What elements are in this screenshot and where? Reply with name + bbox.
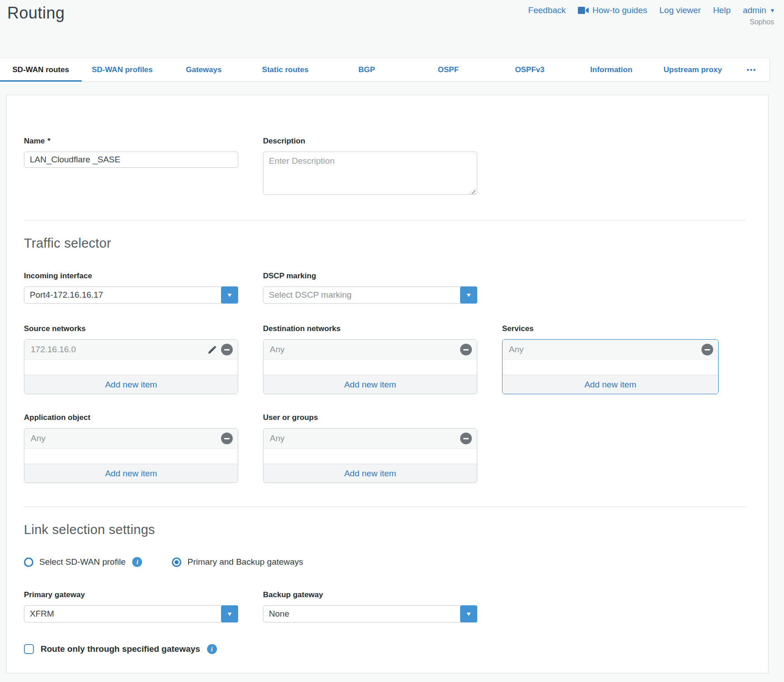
gateways-radio-label: Primary and Backup gateways xyxy=(187,557,303,567)
top-nav: Feedback How-to guides Log viewer Help a… xyxy=(528,5,774,26)
tab-static-routes[interactable]: Static routes xyxy=(244,58,326,81)
nav-log-viewer[interactable]: Log viewer xyxy=(659,5,701,15)
chevron-down-icon: ▾ xyxy=(770,6,774,14)
services-box: Any Add new item xyxy=(502,339,719,394)
application-object-label: Application object xyxy=(24,413,238,422)
dscp-marking-placeholder: Select DSCP marking xyxy=(263,290,477,300)
video-camera-icon xyxy=(578,7,589,14)
backup-gateway-label-text: Backup gateway xyxy=(263,590,323,599)
services-label: Services xyxy=(502,324,719,333)
user-or-groups-box: Any Add new item xyxy=(263,428,477,483)
tab-information[interactable]: Information xyxy=(571,58,652,81)
source-networks-label: Source networks xyxy=(24,324,238,333)
nav-feedback[interactable]: Feedback xyxy=(528,5,566,15)
application-object-add-button[interactable]: Add new item xyxy=(24,464,238,483)
route-form-card: Name * Description Traffic selector Inco… xyxy=(6,95,769,673)
description-label-text: Description xyxy=(263,137,305,146)
incoming-interface-dropdown-button[interactable]: ▼ xyxy=(221,286,238,304)
primary-gateway-dropdown-button[interactable]: ▼ xyxy=(221,605,238,622)
gateways-radio-group[interactable]: Primary and Backup gateways xyxy=(172,557,303,567)
source-networks-label-text: Source networks xyxy=(24,324,86,333)
dscp-marking-select[interactable]: Select DSCP marking ▼ xyxy=(263,286,477,304)
admin-menu-label: admin xyxy=(743,5,766,15)
destination-networks-label-text: Destination networks xyxy=(263,324,341,333)
application-object-label-text: Application object xyxy=(24,413,90,422)
incoming-interface-label: Incoming interface xyxy=(24,272,238,281)
dscp-marking-label-text: DSCP marking xyxy=(263,272,316,281)
sdwan-profile-radio-label: Select SD-WAN profile xyxy=(39,557,125,567)
traffic-selector-heading: Traffic selector xyxy=(24,236,746,251)
destination-networks-box: Any Add new item xyxy=(263,339,477,394)
tab-sd-wan-routes[interactable]: SD-WAN routes xyxy=(0,58,82,81)
radio-unselected-icon[interactable] xyxy=(24,558,33,567)
destination-networks-add-button[interactable]: Add new item xyxy=(263,375,477,394)
application-object-item: Any xyxy=(31,433,221,443)
admin-menu[interactable]: admin ▾ xyxy=(743,5,774,15)
brand-label: Sophos xyxy=(528,18,774,26)
remove-item-icon[interactable] xyxy=(221,433,233,444)
nav-log-viewer-label: Log viewer xyxy=(659,5,701,15)
user-or-groups-item: Any xyxy=(270,433,460,443)
more-tabs-icon[interactable]: ••• xyxy=(733,58,770,81)
tab-bar: SD-WAN routes SD-WAN profiles Gateways S… xyxy=(0,58,770,82)
application-object-box: Any Add new item xyxy=(24,428,238,483)
tab-bgp[interactable]: BGP xyxy=(326,58,408,81)
services-add-button[interactable]: Add new item xyxy=(503,375,718,394)
nav-help-label: Help xyxy=(713,5,731,15)
dropdown-arrow-icon: ▼ xyxy=(226,292,233,298)
user-or-groups-add-button[interactable]: Add new item xyxy=(263,464,477,483)
sdwan-profile-radio-group[interactable]: Select SD-WAN profile i xyxy=(24,557,142,567)
required-mark: * xyxy=(47,137,51,146)
route-only-checkbox[interactable] xyxy=(24,644,34,654)
incoming-interface-select[interactable]: Port4-172.16.16.17 ▼ xyxy=(24,286,238,304)
destination-network-item: Any xyxy=(270,345,460,355)
nav-help[interactable]: Help xyxy=(713,5,731,15)
link-selection-heading: Link selection settings xyxy=(24,522,746,537)
tab-upstream-proxy[interactable]: Upstream proxy xyxy=(652,58,733,81)
name-label-text: Name xyxy=(24,137,45,146)
backup-gateway-select[interactable]: None ▼ xyxy=(263,605,477,622)
dropdown-arrow-icon: ▼ xyxy=(226,611,233,617)
edit-icon[interactable] xyxy=(208,345,217,355)
nav-feedback-label: Feedback xyxy=(528,5,566,15)
backup-gateway-label: Backup gateway xyxy=(263,590,477,599)
source-networks-add-button[interactable]: Add new item xyxy=(24,375,238,394)
section-divider xyxy=(24,220,746,221)
description-textarea[interactable] xyxy=(263,152,477,195)
section-divider xyxy=(24,507,746,507)
dropdown-arrow-icon: ▼ xyxy=(466,611,472,617)
primary-gateway-value: XFRM xyxy=(24,609,238,619)
list-item: Any xyxy=(503,340,718,360)
name-label: Name * xyxy=(24,137,238,146)
tab-sd-wan-profiles[interactable]: SD-WAN profiles xyxy=(82,58,163,81)
page-title: Routing xyxy=(7,4,65,23)
info-icon[interactable]: i xyxy=(207,644,217,654)
nav-how-to-guides[interactable]: How-to guides xyxy=(578,5,647,15)
destination-networks-label: Destination networks xyxy=(263,324,477,333)
dscp-marking-label: DSCP marking xyxy=(263,272,477,281)
list-item: Any xyxy=(24,429,238,449)
source-network-item: 172.16.16.0 xyxy=(31,345,208,355)
backup-gateway-value: None xyxy=(263,609,477,619)
remove-item-icon[interactable] xyxy=(460,433,472,444)
info-icon[interactable]: i xyxy=(132,557,142,567)
tab-ospf[interactable]: OSPF xyxy=(407,58,489,81)
name-input[interactable] xyxy=(24,152,238,168)
backup-gateway-dropdown-button[interactable]: ▼ xyxy=(460,605,477,622)
dscp-marking-dropdown-button[interactable]: ▼ xyxy=(460,286,477,304)
remove-item-icon[interactable] xyxy=(460,344,472,355)
page-header: Routing Feedback How-to guides Log viewe… xyxy=(0,0,784,58)
list-item: Any xyxy=(263,340,477,360)
primary-gateway-select[interactable]: XFRM ▼ xyxy=(24,605,238,622)
user-or-groups-label: User or groups xyxy=(263,413,477,422)
remove-item-icon[interactable] xyxy=(701,344,713,355)
radio-selected-icon[interactable] xyxy=(172,558,181,567)
tab-ospfv3[interactable]: OSPFv3 xyxy=(489,58,571,81)
remove-item-icon[interactable] xyxy=(221,344,233,355)
user-or-groups-label-text: User or groups xyxy=(263,413,318,422)
list-item: Any xyxy=(263,429,477,449)
source-networks-box: 172.16.16.0 Add new item xyxy=(24,339,238,394)
incoming-interface-label-text: Incoming interface xyxy=(24,272,92,281)
tab-gateways[interactable]: Gateways xyxy=(163,58,244,81)
dropdown-arrow-icon: ▼ xyxy=(466,292,472,298)
